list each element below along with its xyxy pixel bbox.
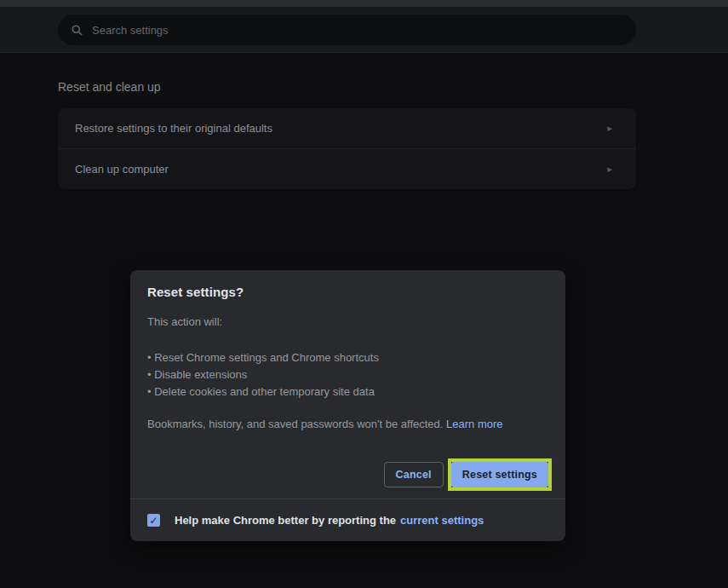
action-highlight-box: Reset settings [448,458,552,491]
search-input[interactable] [92,24,636,37]
dialog-footer: ✓ Help make Chrome better by reporting t… [130,499,565,541]
settings-header [0,7,728,53]
dialog-title: Reset settings? [147,285,244,299]
checkmark-icon: ✓ [149,516,158,526]
bullet-reset-chrome-settings: • Reset Chrome settings and Chrome short… [147,349,379,366]
cancel-button[interactable]: Cancel [384,462,444,487]
row-label: Restore settings to their original defau… [75,122,272,135]
browser-top-strip [0,0,728,7]
report-settings-checkbox[interactable]: ✓ [147,514,160,527]
chevron-right-icon: ▸ [607,123,612,134]
reset-settings-dialog: Reset settings? This action will: • Rese… [130,270,565,541]
row-clean-up-computer[interactable]: Clean up computer ▸ [58,148,636,188]
section-title-reset-and-clean-up: Reset and clean up [58,80,161,94]
dialog-button-row: Cancel Reset settings [384,458,552,491]
dialog-note: Bookmarks, history, and saved passwords … [147,418,503,430]
dialog-bullet-list: • Reset Chrome settings and Chrome short… [147,349,379,401]
chrome-settings-screen: Reset and clean up Restore settings to t… [0,0,728,588]
dialog-intro-text: This action will: [147,315,222,328]
reset-cleanup-card: Restore settings to their original defau… [58,108,636,189]
footer-checkbox-label: Help make Chrome better by reporting the [175,514,396,527]
learn-more-link[interactable]: Learn more [446,418,502,430]
reset-settings-button[interactable]: Reset settings [451,462,548,487]
row-label: Clean up computer [75,163,169,176]
settings-search-bar[interactable] [58,14,636,45]
chevron-right-icon: ▸ [607,164,612,175]
search-icon [71,24,83,37]
bullet-delete-cookies: • Delete cookies and other temporary sit… [147,383,379,401]
bullet-disable-extensions: • Disable extensions [147,366,379,383]
note-text: Bookmarks, history, and saved passwords … [147,418,443,430]
row-restore-defaults[interactable]: Restore settings to their original defau… [58,108,636,148]
current-settings-link[interactable]: current settings [400,514,484,527]
